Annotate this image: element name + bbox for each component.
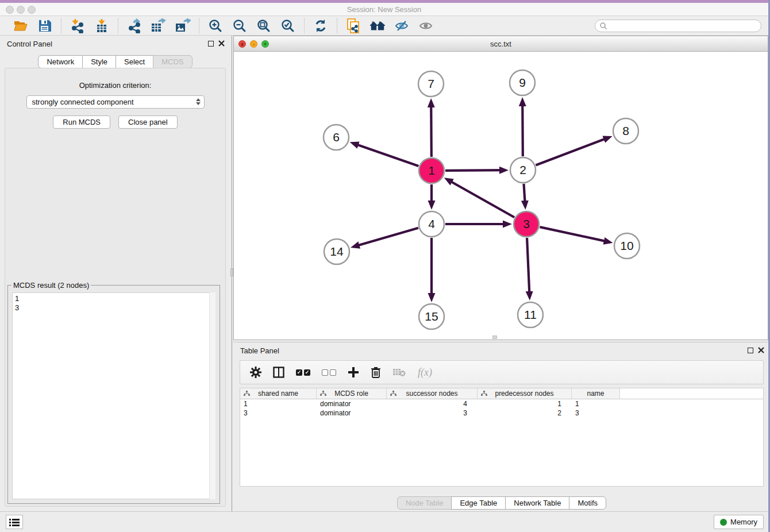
network-clone-icon[interactable]	[345, 18, 361, 34]
graph-edge-2-9[interactable]	[522, 101, 523, 156]
run-mcds-button[interactable]: Run MCDS	[53, 115, 110, 129]
float-panel-icon[interactable]	[208, 41, 214, 47]
graph-edge-1-7[interactable]	[431, 102, 432, 157]
export-table-icon[interactable]	[151, 18, 167, 34]
close-panel-icon[interactable]	[218, 40, 225, 47]
save-icon[interactable]	[37, 18, 53, 34]
table-cell: dominator	[317, 408, 387, 418]
gear-icon[interactable]	[250, 365, 261, 379]
status-bar: Memory	[0, 511, 768, 532]
export-network-icon[interactable]	[126, 18, 143, 34]
mcds-panel: Optimization criterion: strongly connect…	[5, 68, 226, 507]
graph-edge-3-1[interactable]	[447, 179, 514, 217]
hide-icon[interactable]	[394, 18, 410, 34]
show-panels-button[interactable]	[6, 515, 23, 529]
home-icon[interactable]	[369, 18, 386, 34]
graph-node-3[interactable]: 3	[514, 211, 539, 237]
graph-node-8[interactable]: 8	[613, 118, 638, 144]
tab-node-table[interactable]: Node Table	[397, 496, 452, 510]
graph-edge-1-6[interactable]	[353, 143, 418, 166]
tab-select[interactable]: Select	[116, 55, 153, 68]
control-panel-tabs: NetworkStyleSelectMCDS	[0, 55, 230, 68]
canvas-resize-handle[interactable]	[492, 336, 497, 339]
control-panel: Control Panel NetworkStyleSelectMCDS Opt…	[0, 36, 230, 511]
network-canvas[interactable]: 7968124314101511	[234, 52, 768, 340]
table-row[interactable]: 1dominator411	[240, 399, 763, 408]
app-titlebar: Session: New Session	[0, 3, 768, 16]
network-titlebar[interactable]: x - + scc.txt	[234, 36, 768, 52]
column-header-predecessor-nodes[interactable]: predecessor nodes	[478, 388, 572, 399]
zoom-out-icon[interactable]	[232, 18, 248, 34]
graph-edge-1-2[interactable]	[445, 170, 505, 171]
graph-node-1[interactable]: 1	[419, 158, 444, 183]
refresh-icon[interactable]	[313, 18, 329, 34]
graph-node-2[interactable]: 2	[510, 157, 536, 183]
select-all-icon[interactable]: ✓✓	[296, 365, 310, 379]
table-cell: 1	[572, 399, 620, 408]
svg-text:2: 2	[519, 163, 526, 176]
tab-network-table[interactable]: Network Table	[505, 496, 569, 510]
delete-table-icon[interactable]	[392, 365, 406, 379]
search-field[interactable]	[595, 20, 761, 32]
float-table-panel-icon[interactable]	[748, 348, 753, 353]
column-header-name[interactable]: name	[572, 388, 620, 399]
network-graph[interactable]: 7968124314101511	[234, 52, 768, 340]
graph-edge-2-8[interactable]	[536, 137, 609, 165]
criterion-select[interactable]: strongly connected component	[26, 95, 205, 109]
import-network-icon[interactable]	[70, 18, 86, 34]
tab-style[interactable]: Style	[82, 55, 116, 68]
table-cell: 1	[240, 399, 317, 408]
delete-icon[interactable]	[371, 365, 381, 379]
export-image-icon[interactable]	[175, 18, 191, 34]
svg-text:3: 3	[523, 217, 530, 230]
graph-node-15[interactable]: 15	[419, 304, 444, 329]
column-header-shared-name[interactable]: shared name	[240, 388, 317, 399]
close-table-panel-icon[interactable]	[758, 347, 764, 353]
graph-edge-3-10[interactable]	[540, 227, 609, 242]
graph-edge-2-3[interactable]	[524, 184, 525, 206]
svg-text:11: 11	[524, 308, 537, 321]
table-cell: 4	[387, 399, 478, 408]
function-icon[interactable]: f(x)	[418, 365, 432, 379]
show-icon[interactable]	[418, 18, 434, 34]
graph-node-11[interactable]: 11	[518, 302, 543, 327]
deselect-all-icon[interactable]	[322, 365, 336, 379]
add-icon[interactable]	[348, 365, 359, 379]
column-header-successor-nodes[interactable]: successor nodes	[387, 388, 478, 399]
columns-icon[interactable]	[273, 365, 284, 379]
graph-edge-3-11[interactable]	[527, 238, 530, 297]
zoom-selected-icon[interactable]	[280, 18, 296, 34]
graph-node-9[interactable]: 9	[510, 70, 535, 95]
result-scrollbar[interactable]	[209, 292, 215, 499]
table-row[interactable]: 3dominator323	[240, 408, 763, 418]
tab-network[interactable]: Network	[38, 55, 83, 68]
list-icon	[9, 518, 20, 526]
criterion-label: Optimization criterion:	[5, 81, 225, 90]
zoom-in-icon[interactable]	[207, 18, 224, 34]
mcds-result-list[interactable]: 1 3	[12, 292, 215, 499]
open-folder-icon[interactable]	[13, 18, 29, 34]
graph-node-6[interactable]: 6	[324, 125, 349, 150]
column-header-MCDS-role[interactable]: MCDS role	[317, 388, 387, 399]
memory-button[interactable]: Memory	[714, 515, 764, 529]
graph-node-10[interactable]: 10	[614, 233, 640, 259]
tab-mcds[interactable]: MCDS	[153, 55, 192, 68]
network-view-title: scc.txt	[234, 40, 768, 48]
table-body: 1dominator4113dominator323	[240, 399, 763, 418]
svg-text:1: 1	[428, 164, 435, 177]
tab-motifs[interactable]: Motifs	[569, 496, 606, 510]
import-table-icon[interactable]	[94, 18, 110, 34]
graph-edge-4-14[interactable]	[354, 228, 418, 247]
graph-node-7[interactable]: 7	[418, 71, 444, 97]
table-header-row: shared nameMCDS rolesuccessor nodesprede…	[240, 388, 763, 399]
graph-node-4[interactable]: 4	[419, 211, 444, 237]
close-panel-button[interactable]: Close panel	[118, 115, 178, 129]
table-panel: Table Panel ✓✓	[233, 342, 770, 511]
search-input[interactable]	[607, 21, 751, 30]
graph-node-14[interactable]: 14	[324, 239, 349, 264]
tab-edge-table[interactable]: Edge Table	[451, 496, 506, 510]
select-stepper-icon	[196, 98, 201, 105]
zoom-fit-icon[interactable]	[256, 18, 272, 34]
table-cell: 3	[240, 408, 317, 418]
table-cell: dominator	[317, 399, 387, 408]
